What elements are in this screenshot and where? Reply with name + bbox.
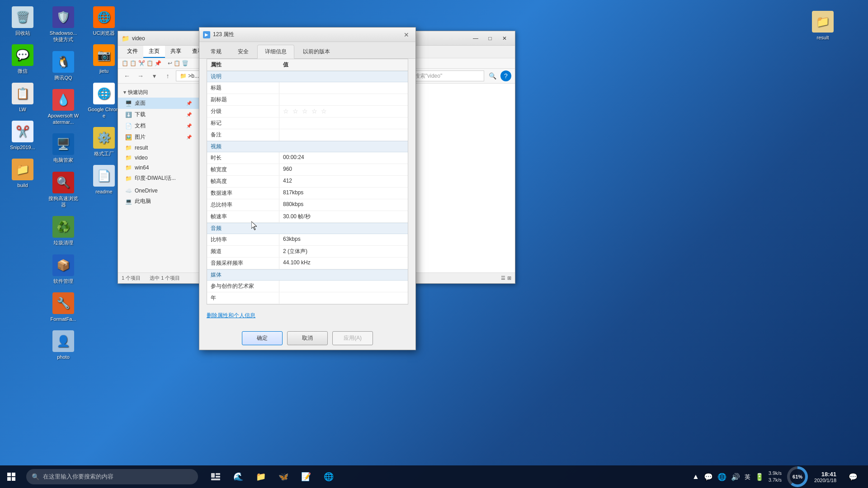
addr-dropdown[interactable]: ▾ [149,70,160,81]
row-artist: 参与创作的艺术家 [207,281,408,292]
system-clock[interactable]: 18:41 2020/1/18 [811,470,839,484]
sidebar-item-video[interactable]: 📁 video [118,153,199,163]
icon-lw[interactable]: 📋 LW [5,81,41,114]
clock-time: 18:41 [814,471,836,478]
view-icons[interactable]: ☰ ⊞ [501,275,511,281]
icon-shadow[interactable]: 🛡️ Shadowso... 快捷方式 [45,5,81,45]
prop-fr-name: 帧速率 [207,211,279,222]
props-scroll-area[interactable]: 说明 标题 副标题 分级 ☆ ☆ ☆ ☆ ☆ [207,71,408,304]
icon-recycle-bin[interactable]: 🗑️ 回收站 [5,5,41,38]
dialog-close-button[interactable]: ✕ [401,29,412,40]
ribbon-tab-file[interactable]: 文件 [122,46,143,58]
addr-forward[interactable]: → [135,70,146,81]
formatfa-label: FormatFa... [47,316,80,322]
icon-trash[interactable]: ♻️ 垃圾清理 [45,214,81,248]
row-duration: 时长 00:00:24 [207,152,408,164]
prop-duration-value: 00:00:24 [279,152,408,164]
tray-network[interactable]: 🌐 [717,472,727,482]
prop-notes-value[interactable] [279,129,408,141]
icon-pcmanager[interactable]: 🖥️ 电脑管家 [45,131,81,165]
dialog-apply-button[interactable]: 应用(A) [332,331,373,345]
icon-softmgr[interactable]: 📦 软件管理 [45,253,81,286]
notification-button[interactable]: 💬 [843,466,863,487]
tray-ime[interactable]: 英 [744,472,751,482]
file-explorer-button[interactable]: 📁 [250,466,271,487]
tab-details[interactable]: 详细信息 [257,45,294,59]
explorer-maximize[interactable]: □ [483,33,497,43]
browser-button[interactable]: 🦋 [273,466,294,487]
sidebar-quick-access-header[interactable]: ▾ 快速访问 [118,87,199,98]
chrome-taskbar-button[interactable]: 🌐 [318,466,339,487]
row-total-bitrate: 总比特率 880kbps [207,199,408,211]
icon-snip[interactable]: ✂️ Snip2019... [5,119,41,152]
icon-apowersoft[interactable]: 💧 Apowersoft Watermar... [45,87,81,127]
tray-volume[interactable]: 🔊 [730,472,741,482]
snip-label: Snip2019... [6,144,39,150]
help-btn[interactable]: ? [500,70,511,81]
icon-result-right[interactable]: 📁 result [805,9,841,42]
icon-readme[interactable]: 📄 readme [86,163,122,197]
sidebar-item-pics[interactable]: 🖼️ 图片 📌 [118,131,199,143]
icon-uc[interactable]: 🌐 UC浏览器 [86,5,122,38]
explorer-close[interactable]: ✕ [498,33,511,43]
tab-security[interactable]: 安全 [230,45,256,58]
prop-fw-value: 960 [279,164,408,175]
icon-wechat[interactable]: 💬 微信 [5,42,41,76]
sidebar-item-thispc[interactable]: 💻 此电脑 [118,196,199,207]
sidebar-item-win64[interactable]: 📁 win64 [118,163,199,173]
sidebar-item-desktop[interactable]: 🖥️ 桌面 📌 [118,98,199,109]
icon-formatfa[interactable]: 🔧 FormatFa... [45,291,81,324]
prop-artist-value[interactable] [279,281,408,292]
icon-chrome[interactable]: 🌐 Google Chrome [86,81,122,121]
prop-tag-value[interactable] [279,117,408,129]
addr-back[interactable]: ← [122,70,132,81]
sidebar-item-docs[interactable]: 📄 文档 📌 [118,120,199,131]
prop-dr-value: 817kbps [279,188,408,199]
prop-rating-value[interactable]: ☆ ☆ ☆ ☆ ☆ [279,106,408,117]
addr-up[interactable]: ↑ [162,70,173,81]
search-btn[interactable]: 🔍 [487,70,498,81]
start-button[interactable] [0,465,23,488]
sidebar-item-diwali[interactable]: 📁 印度-DIWALI活... [118,173,199,184]
battery-indicator[interactable]: 61% [787,466,808,487]
ribbon-tab-share[interactable]: 共享 [165,46,187,58]
taskbar-middle: 🌊 📁 🦋 📝 🌐 [202,466,448,487]
icon-sougou[interactable]: 🔍 搜狗高速浏览器 [45,170,81,210]
icon-geliw[interactable]: ⚙️ 格式工厂 [86,125,122,159]
tray-wechat[interactable]: 💬 [703,472,714,482]
sidebar-item-result[interactable]: 📁 result [118,143,199,153]
task-view-button[interactable] [205,466,226,487]
dialog-cancel-button[interactable]: 取消 [287,331,328,345]
tray-arrow[interactable]: ▲ [691,472,700,482]
ribbon-tab-home[interactable]: 主页 [143,46,165,58]
tab-previous[interactable]: 以前的版本 [295,45,338,58]
row-subtitle: 副标题 [207,94,408,106]
docs-pin: 📌 [186,123,192,128]
stars[interactable]: ☆ ☆ ☆ ☆ ☆ [283,108,328,115]
explorer-minimize[interactable]: — [469,33,482,43]
prop-year-value[interactable] [279,292,408,304]
prop-subtitle-value[interactable] [279,94,408,105]
delete-properties-link[interactable]: 删除属性和个人信息 [203,308,412,323]
icon-qq[interactable]: 🐧 腾讯QQ [45,49,81,83]
icon-build[interactable]: 📁 build [5,157,41,190]
geliw-label: 格式工厂 [88,150,120,157]
trash-img: ♻️ [52,216,74,238]
prop-fh-value: 412 [279,176,408,187]
sidebar-item-download[interactable]: ⬇️ 下载 📌 [118,109,199,120]
taskbar-search[interactable]: 🔍 在这里输入你要搜索的内容 [26,469,198,484]
icon-photo[interactable]: 👤 photo [45,328,81,362]
prop-title-value[interactable] [279,82,408,94]
edge-button[interactable]: 🌊 [228,466,249,487]
prop-notes-name: 备注 [207,129,279,141]
sidebar-item-onedrive[interactable]: ☁️ OneDrive [118,186,199,196]
tab-general[interactable]: 常规 [203,45,229,58]
row-notes: 备注 [207,129,408,141]
prop-dr-name: 数据速率 [207,188,279,199]
wechat-img: 💬 [12,44,33,66]
icon-jietu[interactable]: 📷 jietu [86,42,122,76]
desktop-col-1: 🗑️ 回收站 💬 微信 📋 LW ✂️ Snip2019... 📁 build [5,5,41,190]
sublime-button[interactable]: 📝 [296,466,316,487]
tray-battery[interactable]: 🔋 [754,472,765,482]
dialog-ok-button[interactable]: 确定 [242,331,283,345]
